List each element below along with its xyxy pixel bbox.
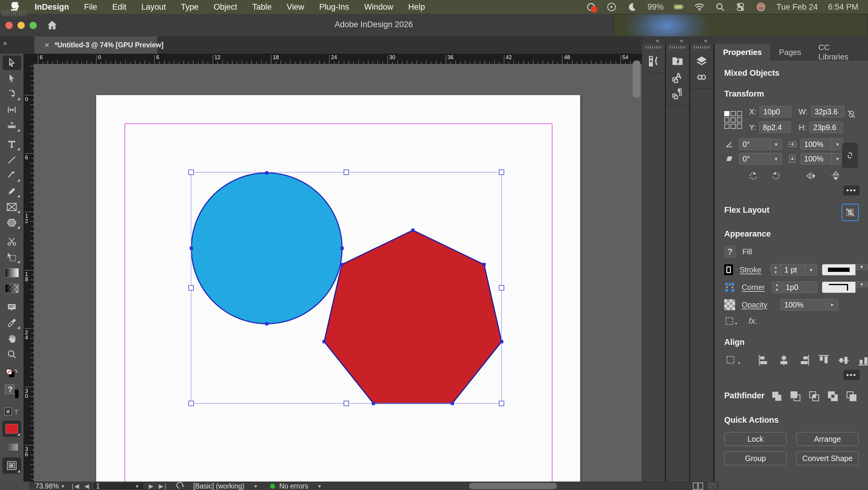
apply-color-button[interactable] (2, 421, 21, 437)
tab-cc-libraries[interactable]: CC Libraries (810, 44, 868, 61)
lock-button[interactable]: Lock (724, 432, 786, 446)
corner-style-preview[interactable] (822, 282, 856, 293)
horizontal-scrollbar-thumb[interactable] (469, 483, 557, 489)
selection-handle[interactable] (344, 401, 349, 406)
type-tool[interactable] (2, 137, 21, 151)
tab-close-icon[interactable]: × (44, 40, 49, 50)
home-icon[interactable] (46, 19, 59, 33)
anchor-point[interactable] (483, 263, 486, 266)
convert-shape-button[interactable]: Convert Shape (796, 451, 859, 465)
screen-record-icon[interactable] (586, 2, 596, 12)
height-input[interactable]: 23p9.6 (809, 122, 843, 133)
pathfinder-exclude-overlap-icon[interactable] (827, 391, 839, 403)
zoom-tool[interactable] (2, 347, 21, 362)
pencil-tool[interactable] (2, 184, 21, 199)
rotate-clockwise-icon[interactable] (748, 171, 758, 181)
y-input[interactable]: 8p2.4 (759, 122, 791, 133)
zoom-level-dropdown-icon[interactable]: ▼ (61, 484, 65, 489)
last-page-button[interactable]: ▶❘ (159, 483, 167, 490)
menu-plugins[interactable]: Plug-Ins (312, 0, 356, 14)
gradient-tool[interactable] (2, 265, 21, 280)
previous-page-button[interactable]: ◀ (84, 483, 88, 490)
selection-handle[interactable] (499, 170, 504, 175)
pathfinder-add-icon[interactable] (771, 391, 783, 403)
selection-handle[interactable] (189, 401, 193, 406)
align-top-icon[interactable] (817, 354, 830, 366)
collapse-dock-icon[interactable]: « (680, 37, 683, 44)
eyedropper-tool[interactable] (2, 316, 21, 330)
search-icon[interactable] (715, 2, 725, 12)
align-vertical-center-icon[interactable] (837, 354, 850, 366)
selection-handle[interactable] (344, 170, 349, 175)
stroke-link[interactable]: Stroke (740, 265, 771, 274)
horizontal-ruler[interactable]: 6061218243036424854 (34, 54, 642, 64)
anchor-point[interactable] (411, 229, 415, 232)
x-input[interactable]: 10p0 (760, 106, 792, 117)
toolbar-grip[interactable] (2, 10, 26, 16)
selection-tool[interactable] (2, 56, 21, 70)
paragraph-styles-icon[interactable] (666, 85, 689, 102)
opacity-link[interactable]: Opacity (742, 300, 780, 309)
rotate-counterclockwise-icon[interactable] (771, 171, 781, 181)
preflight-menu-icon[interactable]: ▼ (253, 484, 258, 489)
menu-bar-date[interactable]: Tue Feb 24 (776, 2, 818, 12)
content-collector-tool[interactable] (2, 118, 21, 133)
page-tool[interactable] (2, 87, 21, 102)
preflight-errors-value[interactable]: No errors (279, 482, 308, 490)
menu-edit[interactable]: Edit (105, 0, 134, 14)
formatting-affects-container-toggle[interactable]: T (2, 404, 21, 419)
hand-tool[interactable] (2, 331, 21, 346)
scale-y-select[interactable]: 100% ▼ (800, 153, 844, 165)
menu-file[interactable]: File (76, 0, 105, 14)
width-input[interactable]: 32p3.6 (811, 106, 844, 117)
links-icon[interactable] (690, 69, 713, 85)
window-resize-grip[interactable] (708, 482, 717, 489)
transform-more-options[interactable]: ••• (843, 185, 860, 196)
align-to-selector[interactable]: ▼ (724, 354, 741, 366)
scale-x-select[interactable]: 100% ▼ (800, 139, 844, 150)
collapse-dock-icon[interactable]: « (656, 37, 658, 44)
effects-fx-icon[interactable]: fx. (749, 316, 758, 326)
rectangle-frame-tool[interactable] (2, 200, 21, 214)
shear-angle-select[interactable]: 0° ▼ (739, 153, 782, 165)
align-left-icon[interactable] (758, 354, 770, 366)
object-frame-options-icon[interactable]: ▼ (724, 316, 738, 326)
group-button[interactable]: Group (724, 451, 786, 465)
align-right-icon[interactable] (798, 354, 810, 366)
free-transform-tool[interactable] (2, 250, 21, 264)
constrain-scale-link-icon[interactable] (842, 143, 858, 168)
anchor-point[interactable] (372, 402, 375, 405)
collapse-dock-icon[interactable]: « (704, 37, 707, 44)
document-canvas[interactable] (34, 64, 642, 482)
reference-point-proxy[interactable] (724, 111, 741, 128)
errors-menu-icon[interactable]: ▼ (317, 484, 322, 489)
selection-handle[interactable] (189, 285, 193, 290)
menu-indesign[interactable]: InDesign (27, 0, 76, 14)
fill-stroke-swatches[interactable]: ? (2, 382, 21, 402)
flip-vertical-icon[interactable] (830, 171, 842, 181)
play-circle-icon[interactable] (607, 2, 617, 12)
selection-handle[interactable] (499, 401, 504, 406)
anchor-point[interactable] (500, 340, 503, 343)
line-tool[interactable] (2, 153, 21, 167)
tab-overflow-icon[interactable]: » (3, 39, 6, 47)
panel-grip[interactable] (646, 46, 661, 49)
menu-table[interactable]: Table (245, 0, 279, 14)
selection-handle[interactable] (189, 170, 193, 175)
corner-radius-input[interactable]: ▲▼ 1p0 (772, 282, 817, 293)
first-page-button[interactable]: ❘◀ (70, 483, 79, 490)
fill-color-swatch[interactable]: ? (724, 246, 736, 257)
anchor-point[interactable] (340, 263, 343, 266)
corner-style-dropdown[interactable]: ▼ (856, 282, 868, 287)
window-zoom-button[interactable] (30, 22, 37, 29)
window-minimize-button[interactable] (18, 22, 25, 29)
preflight-icon[interactable] (176, 481, 185, 490)
panel-grip[interactable] (670, 46, 685, 49)
stroke-weight-stepper[interactable]: ▲▼ (771, 264, 781, 275)
spread-view-icon[interactable] (692, 482, 704, 490)
vertical-scrollbar-thumb[interactable] (632, 60, 641, 98)
anchor-point[interactable] (265, 322, 269, 325)
layers-icon[interactable] (690, 53, 713, 69)
pathfinder-intersect-icon[interactable] (808, 391, 820, 403)
stroke-style-dropdown[interactable]: ▼ (856, 264, 868, 270)
